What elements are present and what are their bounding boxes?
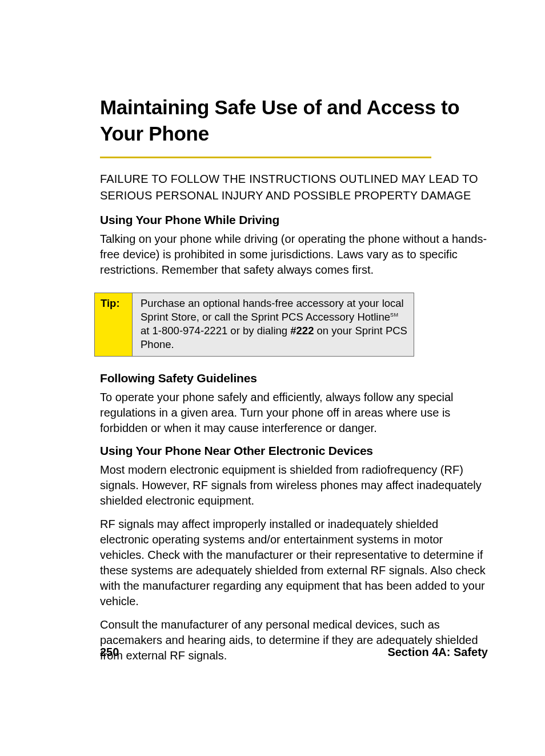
heading-driving: Using Your Phone While Driving [100, 213, 488, 227]
body-devices-1: Most modern electronic equipment is shie… [100, 462, 488, 509]
page-footer: 250 Section 4A: Safety [100, 646, 488, 659]
body-devices-2: RF signals may affect improperly install… [100, 517, 488, 609]
section-label: Section 4A: Safety [387, 646, 488, 659]
heading-guidelines: Following Safety Guidelines [100, 371, 488, 385]
tip-sm-mark: SM [390, 312, 399, 318]
page-content: Maintaining Safe Use of and Access to Yo… [0, 0, 545, 663]
tip-text-pre: Purchase an optional hands-free accessor… [141, 297, 404, 323]
warning-text: FAILURE TO FOLLOW THE INSTRUCTIONS OUTLI… [100, 171, 488, 204]
tip-dial-code: #222 [290, 325, 314, 337]
title-rule [100, 157, 431, 158]
tip-label: Tip: [95, 293, 133, 356]
tip-box: Tip: Purchase an optional hands-free acc… [94, 293, 414, 357]
page-title: Maintaining Safe Use of and Access to Yo… [100, 94, 488, 146]
page-number: 250 [100, 646, 119, 659]
heading-devices: Using Your Phone Near Other Electronic D… [100, 444, 488, 458]
body-driving: Talking on your phone while driving (or … [100, 231, 488, 278]
tip-text-mid: at 1-800-974-2221 or by dialing [141, 325, 290, 337]
body-guidelines: To operate your phone safely and efficie… [100, 390, 488, 436]
tip-body: Purchase an optional hands-free accessor… [133, 293, 414, 356]
